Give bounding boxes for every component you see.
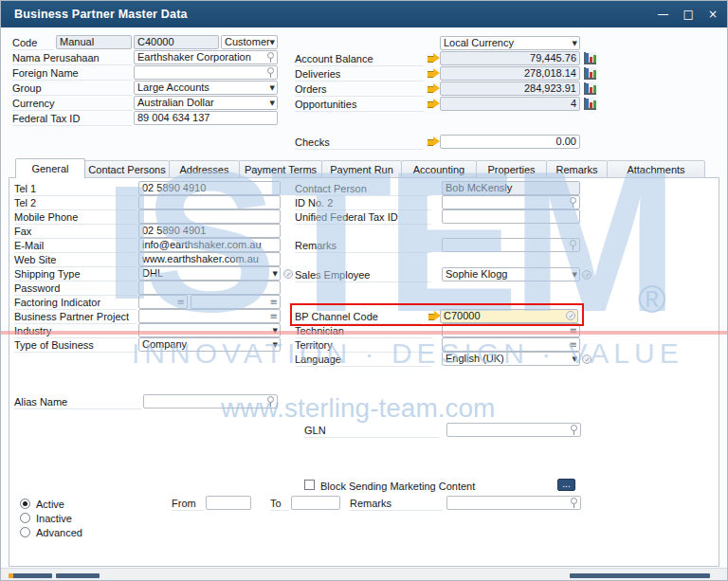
pencil-icon[interactable] bbox=[566, 311, 575, 320]
industry-dropdown[interactable]: ▼ bbox=[138, 323, 281, 337]
window-controls: — □ × bbox=[658, 1, 718, 27]
choose-from-list-icon[interactable]: ≡ bbox=[270, 297, 278, 308]
website-label: Web Site bbox=[14, 254, 136, 267]
link-arrow-icon[interactable] bbox=[428, 53, 440, 64]
from-label: From bbox=[172, 498, 204, 511]
deliveries-field[interactable]: 278,018.14 bbox=[440, 66, 580, 81]
more-options-button[interactable]: ... bbox=[557, 479, 575, 491]
tab-accounting[interactable]: Accounting bbox=[401, 160, 477, 178]
tab-addresses[interactable]: Addresses bbox=[169, 160, 240, 178]
website-field[interactable]: www.earthshaker.com.au bbox=[138, 252, 281, 266]
choose-from-list-icon[interactable]: ≡ bbox=[570, 325, 577, 336]
link-icon bbox=[266, 67, 274, 79]
alias-name-field[interactable] bbox=[143, 394, 278, 409]
chart-icon[interactable] bbox=[584, 98, 596, 110]
tab-payment-run[interactable]: Payment Run bbox=[321, 160, 402, 178]
email-field[interactable]: info@earthshaker.com.au bbox=[138, 238, 281, 252]
ok-button-partial[interactable] bbox=[9, 573, 52, 578]
pencil-icon[interactable] bbox=[582, 270, 592, 280]
federal-tax-id-field[interactable]: 89 004 634 137 bbox=[134, 111, 278, 125]
sales-employee-label: Sales Employee bbox=[295, 269, 431, 282]
account-balance-label: Account Balance bbox=[295, 53, 424, 66]
cancel-button-partial[interactable] bbox=[56, 573, 100, 578]
chevron-down-icon: ▼ bbox=[270, 84, 275, 92]
chevron-down-icon: ▼ bbox=[573, 355, 577, 363]
local-currency-dropdown[interactable]: Local Currency▼ bbox=[440, 36, 580, 50]
pencil-icon[interactable] bbox=[582, 354, 592, 364]
choose-from-list-icon[interactable]: ≡ bbox=[177, 297, 185, 308]
alias-name-label: Alias Name bbox=[14, 396, 141, 409]
link-arrow-icon[interactable] bbox=[428, 83, 440, 94]
tel2-field[interactable] bbox=[138, 195, 281, 209]
contact-person-label: Contact Person bbox=[295, 183, 431, 196]
remarks-field[interactable] bbox=[442, 238, 580, 252]
chart-icon[interactable] bbox=[584, 67, 596, 80]
password-field[interactable] bbox=[138, 281, 281, 295]
chart-icon[interactable] bbox=[584, 82, 596, 95]
contact-person-field[interactable]: Bob McKensly bbox=[442, 181, 580, 195]
factoring-indicator-field[interactable]: ≡ bbox=[138, 295, 188, 309]
unified-federal-tax-id-field[interactable] bbox=[442, 209, 580, 224]
tel1-field[interactable]: 02 5890 4910 bbox=[138, 181, 281, 195]
link-arrow-icon[interactable] bbox=[428, 136, 440, 147]
minimize-icon[interactable]: — bbox=[658, 1, 669, 27]
close-icon[interactable]: × bbox=[708, 1, 718, 27]
from-field[interactable] bbox=[206, 496, 251, 510]
fax-field[interactable]: 02 5890 4901 bbox=[138, 224, 281, 238]
radio-active-label: Active bbox=[36, 499, 64, 511]
factoring-indicator-field-2[interactable]: ≡ bbox=[191, 295, 281, 309]
company-name-field[interactable]: Earthshaker Corporation bbox=[134, 50, 278, 64]
chart-icon[interactable] bbox=[584, 52, 596, 64]
tab-remarks[interactable]: Remarks bbox=[546, 160, 608, 178]
shipping-type-dropdown[interactable]: DHL▼ bbox=[138, 266, 281, 281]
bp-channel-code-label: BP Channel Code bbox=[295, 311, 422, 324]
foreign-name-field[interactable] bbox=[134, 65, 278, 80]
orders-field[interactable]: 284,923.91 bbox=[440, 82, 580, 96]
technician-field[interactable]: ≡ bbox=[442, 323, 580, 337]
tab-attachments[interactable]: Attachments bbox=[607, 160, 705, 178]
bp-channel-code-field[interactable]: C70000 bbox=[440, 309, 578, 323]
code-field[interactable]: C40000 bbox=[134, 35, 219, 49]
maximize-icon[interactable]: □ bbox=[683, 1, 694, 27]
choose-from-list-icon[interactable]: ≡ bbox=[570, 339, 577, 351]
link-arrow-icon[interactable] bbox=[428, 99, 440, 109]
pencil-icon[interactable] bbox=[283, 269, 293, 279]
window-title: Business Partner Master Data bbox=[14, 8, 188, 21]
tab-general[interactable]: General bbox=[15, 158, 85, 178]
you-can-also-button-partial[interactable] bbox=[570, 573, 710, 578]
block-marketing-checkbox[interactable] bbox=[304, 480, 315, 490]
choose-from-list-icon[interactable]: ≡ bbox=[270, 311, 278, 322]
marketing-remarks-field[interactable] bbox=[446, 496, 581, 510]
code-mode-field[interactable]: Manual bbox=[56, 35, 132, 49]
opportunities-field[interactable]: 4 bbox=[440, 97, 580, 111]
radio-inactive[interactable] bbox=[20, 513, 30, 523]
email-label: E-Mail bbox=[14, 240, 136, 253]
account-balance-field[interactable]: 79,445.76 bbox=[440, 51, 580, 65]
chevron-down-icon: ▼ bbox=[573, 40, 577, 47]
bp-type-dropdown[interactable]: Customer▼ bbox=[221, 35, 278, 49]
currency-dropdown[interactable]: Australian Dollar▼ bbox=[134, 96, 278, 110]
territory-field[interactable]: ≡ bbox=[442, 337, 580, 352]
radio-active[interactable] bbox=[20, 499, 30, 509]
to-field[interactable] bbox=[291, 496, 340, 510]
gln-field[interactable] bbox=[446, 423, 581, 437]
chevron-down-icon: ▼ bbox=[573, 271, 577, 279]
group-dropdown[interactable]: Large Accounts▼ bbox=[134, 81, 278, 95]
mobile-phone-label: Mobile Phone bbox=[14, 211, 136, 225]
bp-project-field[interactable]: ≡ bbox=[138, 309, 281, 323]
id-no-2-label: ID No. 2 bbox=[295, 197, 431, 210]
technician-label: Technician bbox=[295, 325, 431, 338]
tab-payment-terms[interactable]: Payment Terms bbox=[239, 160, 322, 178]
language-dropdown[interactable]: English (UK)▼ bbox=[442, 352, 580, 366]
id-no-2-field[interactable] bbox=[442, 195, 580, 209]
type-of-business-dropdown[interactable]: Company▼ bbox=[138, 337, 281, 352]
tab-properties[interactable]: Properties bbox=[476, 160, 547, 178]
tel1-label: Tel 1 bbox=[14, 183, 136, 196]
tab-contact-persons[interactable]: Contact Persons bbox=[84, 160, 170, 178]
link-arrow-icon[interactable] bbox=[428, 68, 440, 79]
radio-advanced[interactable] bbox=[20, 527, 30, 537]
mobile-phone-field[interactable] bbox=[138, 209, 281, 224]
sales-employee-dropdown[interactable]: Sophie Klogg▼ bbox=[442, 267, 580, 281]
chevron-down-icon: ▼ bbox=[270, 39, 275, 46]
checks-field[interactable]: 0.00 bbox=[440, 135, 580, 149]
